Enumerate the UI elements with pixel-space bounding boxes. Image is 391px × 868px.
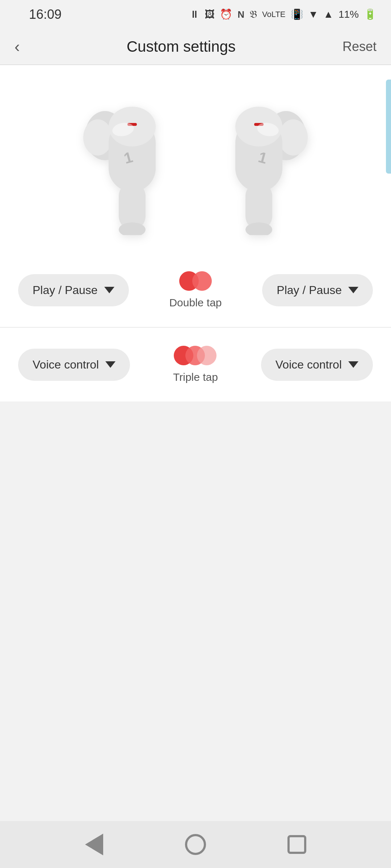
back-nav-icon <box>85 834 103 855</box>
nfc-icon: N <box>237 10 244 19</box>
right-double-tap-arrow-icon <box>348 287 358 293</box>
right-triple-tap-arrow-icon <box>348 361 358 368</box>
triple-tap-circle3 <box>197 346 216 365</box>
double-tap-section: Play / Pause Double tap Play / Pause <box>0 253 391 328</box>
svg-point-1 <box>83 119 112 156</box>
recents-nav-icon <box>287 835 306 854</box>
left-triple-tap-label: Voice control <box>33 358 99 371</box>
empty-area <box>0 401 391 727</box>
scroll-indicator[interactable] <box>386 80 391 174</box>
page-title: Custom settings <box>127 38 236 55</box>
wifi-icon: ▼ <box>308 9 319 20</box>
triple-tap-section: Voice control Triple tap Voice control <box>0 328 391 401</box>
signal-icon: ▲ <box>323 9 333 20</box>
home-nav-icon <box>185 834 206 855</box>
media-icon: ⏸ <box>189 9 199 20</box>
volte-icon: VoLTE <box>262 10 285 18</box>
right-triple-tap-dropdown[interactable]: Voice control <box>261 349 373 381</box>
nav-recents-button[interactable] <box>282 830 311 859</box>
nav-home-button[interactable] <box>181 830 210 859</box>
gallery-icon: 🖼 <box>205 9 215 20</box>
double-tap-circle2 <box>192 271 212 291</box>
triple-tap-center: Triple tap <box>173 346 218 383</box>
bottom-nav-bar <box>0 821 391 868</box>
back-button[interactable]: ‹ <box>14 38 20 56</box>
bluetooth-icon: 𝔅 <box>249 9 257 20</box>
right-triple-tap-label: Voice control <box>276 358 342 371</box>
double-tap-label: Double tap <box>169 297 222 309</box>
left-double-tap-dropdown[interactable]: Play / Pause <box>18 274 129 306</box>
left-earbud: 1 <box>69 87 177 239</box>
left-double-tap-arrow-icon <box>104 287 114 293</box>
battery-text: 11% <box>339 9 359 20</box>
battery-icon: 🔋 <box>364 9 377 20</box>
alarm-icon: ⏰ <box>220 9 232 20</box>
right-earbud: 1 <box>214 87 322 239</box>
earbuds-illustration: 1 1 <box>0 65 391 253</box>
left-triple-tap-dropdown[interactable]: Voice control <box>18 349 130 381</box>
header: ‹ Custom settings Reset <box>0 29 391 65</box>
nav-back-button[interactable] <box>80 830 109 859</box>
left-triple-tap-arrow-icon <box>105 361 115 368</box>
right-double-tap-dropdown[interactable]: Play / Pause <box>262 274 373 306</box>
status-bar: 16:09 ⏸ 🖼 ⏰ N 𝔅 VoLTE 📳 ▼ ▲ 11% 🔋 <box>0 0 391 29</box>
double-tap-icon <box>179 271 212 291</box>
triple-tap-icon <box>174 346 217 365</box>
double-tap-center: Double tap <box>169 271 222 309</box>
vibrate-icon: 📳 <box>291 9 303 20</box>
main-content: 1 1 <box>0 65 391 401</box>
triple-tap-label: Triple tap <box>173 371 218 383</box>
svg-point-10 <box>279 119 308 156</box>
right-double-tap-label: Play / Pause <box>277 284 342 297</box>
status-time: 16:09 <box>29 7 62 22</box>
left-double-tap-label: Play / Pause <box>33 284 98 297</box>
reset-button[interactable]: Reset <box>342 39 377 54</box>
